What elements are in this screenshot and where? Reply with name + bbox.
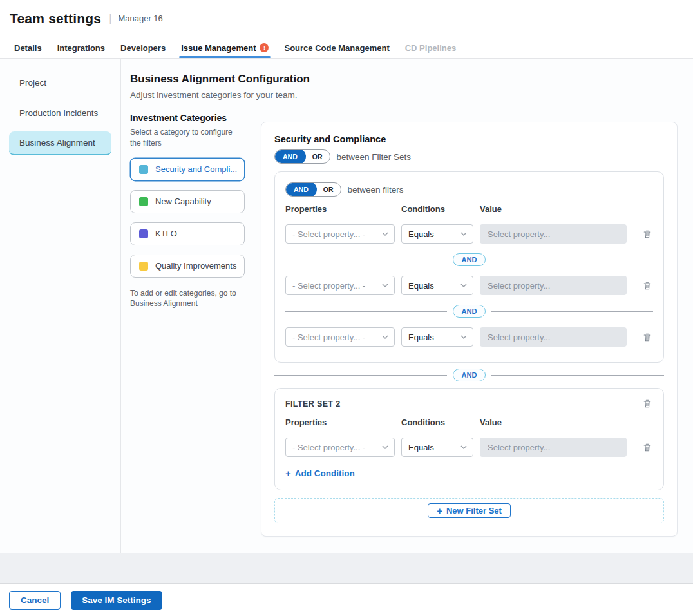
condition-select[interactable]: Equals [401,276,473,295]
categories-note: To add or edit categories, go to Busines… [130,288,238,310]
categories-heading: Investment Categories [130,113,245,123]
sidebar-item-project[interactable]: Project [9,71,111,95]
delete-filter-button[interactable] [641,280,653,292]
title-separator: | [109,13,111,24]
between-filter-sets-label: between Filter Sets [337,152,412,162]
and-or-toggle-filters[interactable]: AND OR [285,182,341,197]
filter-row: - Select property... - Equals [285,327,653,347]
category-color-swatch [139,197,148,206]
column-header-conditions: Conditions [401,418,473,427]
condition-select[interactable]: Equals [401,327,473,347]
new-filter-set-dropzone: + New Filter Set [274,498,664,523]
tab-cd-pipelines: CD Pipelines [405,37,456,58]
settings-tabbar: Details Integrations Developers Issue Ma… [0,37,693,59]
column-header-conditions: Conditions [401,204,473,214]
plus-icon: + [437,506,442,515]
chevron-down-icon [382,445,388,449]
between-filters-label: between filters [348,185,404,195]
value-input[interactable] [480,276,627,295]
warning-badge-icon: ! [260,43,269,52]
trash-icon [643,281,652,291]
chevron-down-icon [460,445,467,449]
chevron-down-icon [382,335,388,339]
and-connector-between-sets: AND [274,369,664,381]
filter-row: - Select property... - Equals [285,224,653,244]
add-condition-button[interactable]: + Add Condition [285,468,355,478]
tab-details[interactable]: Details [14,37,42,58]
column-header-value: Value [480,418,627,427]
category-color-swatch [139,165,148,174]
filter-set-2: FILTER SET 2 Properties Conditions Value [274,388,664,490]
category-quality-improvements[interactable]: Quality Improvements [130,255,245,278]
category-color-swatch [139,262,148,271]
main-panel: Business Alignment Configuration Adjust … [121,59,693,553]
delete-filter-button[interactable] [641,228,653,240]
settings-sidebar: Project Production Incidents Business Al… [0,59,121,553]
condition-select[interactable]: Equals [401,438,473,457]
page-header: Team settings | Manager 16 [0,0,693,37]
column-header-properties: Properties [285,204,395,214]
tab-issue-management[interactable]: Issue Management ! [181,37,269,58]
chevron-down-icon [460,232,467,236]
value-input[interactable] [480,438,627,457]
property-select[interactable]: - Select property... - [285,438,395,457]
filter-row: - Select property... - Equals [285,276,653,295]
and-connector: AND [285,305,653,318]
category-color-swatch [139,229,148,238]
chevron-down-icon [382,232,388,236]
delete-filter-button[interactable] [641,441,653,454]
trash-icon [643,443,652,452]
category-security-and-compliance[interactable]: Security and Compli... [130,158,245,181]
value-input[interactable] [480,327,627,347]
chevron-down-icon [460,335,467,339]
condition-select[interactable]: Equals [401,224,473,244]
column-header-value: Value [480,204,627,214]
tab-source-code-management[interactable]: Source Code Management [284,37,389,58]
section-subtitle: Adjust investment categories for your te… [130,90,693,100]
trash-icon [643,332,652,342]
investment-categories-panel: Investment Categories Select a category … [130,113,251,543]
chevron-down-icon [382,284,388,287]
tab-developers[interactable]: Developers [120,37,166,58]
trash-icon [643,399,652,409]
and-connector: AND [285,253,653,266]
filter-row: - Select property... - Equals [285,438,653,457]
new-filter-set-button[interactable]: + New Filter Set [428,503,511,518]
property-select[interactable]: - Select property... - [285,224,395,244]
filter-card: Security and Compliance AND OR between F… [261,122,678,537]
column-header-properties: Properties [285,418,395,427]
cancel-button[interactable]: Cancel [9,591,61,610]
or-toggle-option[interactable]: OR [305,149,330,164]
team-name: Manager 16 [118,14,162,23]
content-region: Project Production Incidents Business Al… [0,59,693,553]
chevron-down-icon [460,284,467,287]
filter-configuration-pane: Security and Compliance AND OR between F… [251,113,693,543]
and-toggle-option[interactable]: AND [274,149,306,164]
trash-icon [643,229,652,239]
or-toggle-option[interactable]: OR [316,182,341,197]
property-select[interactable]: - Select property... - [285,327,395,347]
save-im-settings-button[interactable]: Save IM Settings [71,591,162,610]
action-footer: Cancel Save IM Settings [0,583,693,616]
sidebar-item-business-alignment[interactable]: Business Alignment [9,131,111,155]
filter-set-2-title: FILTER SET 2 [285,398,341,409]
sidebar-item-production-incidents[interactable]: Production Incidents [9,101,111,125]
delete-filter-button[interactable] [641,331,653,343]
page-title: Team settings [10,11,101,26]
property-select[interactable]: - Select property... - [285,276,395,295]
plus-icon: + [285,468,291,478]
delete-filter-set-button[interactable] [641,398,653,410]
filter-set-1: AND OR between filters Properties Condit… [274,171,664,363]
category-ktlo[interactable]: KTLO [130,222,245,245]
section-title: Business Alignment Configuration [130,73,693,86]
tab-integrations[interactable]: Integrations [57,37,105,58]
and-toggle-option[interactable]: AND [285,182,317,197]
category-new-capability[interactable]: New Capability [130,190,245,213]
selected-category-heading: Security and Compliance [274,134,664,144]
categories-description: Select a category to configure the filte… [130,127,238,149]
value-input[interactable] [480,224,627,244]
content-footer-spacer [0,553,693,583]
and-or-toggle-filter-sets[interactable]: AND OR [274,149,330,164]
